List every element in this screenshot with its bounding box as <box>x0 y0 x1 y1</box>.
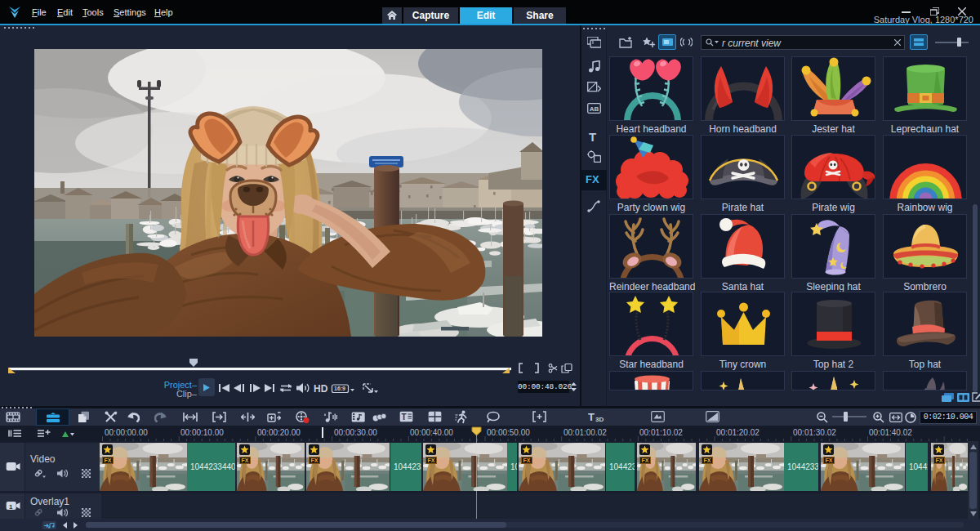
svg-text:T: T <box>588 411 595 422</box>
svg-text:1: 1 <box>9 503 13 511</box>
svg-text:HD: HD <box>314 383 328 395</box>
svg-text:3D: 3D <box>595 416 604 422</box>
svg-text:AB: AB <box>590 105 599 113</box>
svg-text:T: T <box>402 413 407 422</box>
svg-text:16:9: 16:9 <box>334 386 345 391</box>
